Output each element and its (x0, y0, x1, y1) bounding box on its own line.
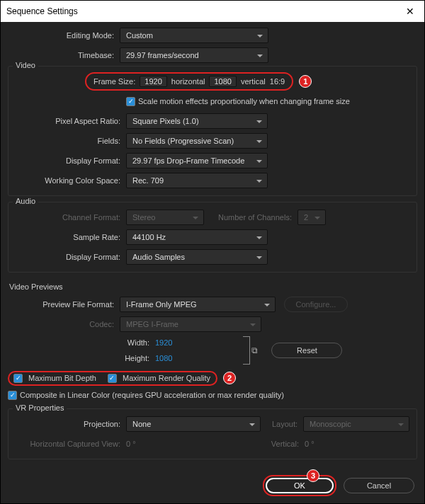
layout-select: Monoscopic (303, 416, 409, 432)
link-icon[interactable]: ⧉ (250, 345, 259, 355)
ok-button[interactable]: OK (266, 478, 334, 493)
vertical-label: vertical (241, 77, 266, 86)
configure-button: Configure... (284, 297, 348, 312)
hcv-label: Horizontal Captured View: (14, 440, 126, 448)
ph-label: Height: (120, 354, 155, 362)
fields-select[interactable]: No Fields (Progressive Scan) (126, 133, 268, 149)
editing-mode-label: Editing Mode: (8, 31, 120, 40)
video-disp-label: Display Format: (14, 156, 126, 165)
video-group: Video Frame Size: 1920 horizontal 1080 v… (8, 66, 417, 196)
close-icon[interactable]: ✕ (402, 6, 419, 17)
horizontal-label: horizontal (171, 77, 205, 86)
pw-value[interactable]: 1920 (155, 338, 172, 347)
frame-size-highlight: Frame Size: 1920 horizontal 1080 vertica… (85, 72, 293, 91)
wcs-select[interactable]: Rec. 709 (126, 173, 268, 188)
fields-label: Fields: (14, 137, 126, 145)
vr-title: VR Properties (13, 403, 67, 412)
rate-select[interactable]: 44100 Hz (126, 229, 268, 245)
badge-1: 1 (299, 75, 312, 88)
video-disp-select[interactable]: 29.97 fps Drop-Frame Timecode (126, 153, 268, 168)
aspect-label: 16:9 (270, 77, 285, 86)
audio-disp-label: Display Format: (14, 253, 126, 261)
timebase-label: Timebase: (8, 51, 120, 59)
wcs-label: Working Color Space: (14, 176, 126, 185)
previews-title: Video Previews (8, 281, 417, 295)
rate-label: Sample Rate: (14, 233, 126, 241)
previews-group: Video Previews Preview File Format: I-Fr… (8, 278, 417, 403)
chfmt-select: Stereo (126, 210, 204, 225)
chfmt-label: Channel Format: (14, 213, 126, 222)
numch-select: 2 (298, 210, 326, 225)
frame-width-input[interactable]: 1920 (140, 76, 166, 87)
quality-highlight: Maximum Bit Depth Maximum Render Quality (8, 371, 217, 386)
hcv-value: 0 ° (126, 440, 136, 448)
proj-select[interactable]: None (126, 416, 261, 432)
badge-2: 2 (223, 372, 236, 384)
audio-group: Audio Channel Format: Stereo Number of C… (8, 202, 417, 273)
editing-mode-select[interactable]: Custom (120, 28, 268, 43)
max-bit-checkbox[interactable] (13, 374, 23, 383)
cancel-button[interactable]: Cancel (344, 478, 414, 493)
window-title: Sequence Settings (6, 6, 78, 16)
scale-motion-checkbox[interactable] (126, 97, 135, 106)
content-area: Editing Mode: Custom Timebase: 29.97 fra… (1, 22, 424, 472)
frame-size-label: Frame Size: (94, 77, 135, 86)
frame-height-input[interactable]: 1080 (209, 76, 236, 87)
sequence-settings-window: Sequence Settings ✕ Editing Mode: Custom… (0, 0, 425, 504)
par-label: Pixel Aspect Ratio: (14, 117, 126, 125)
bracket-icon (243, 336, 250, 365)
pw-label: Width: (120, 338, 155, 347)
scale-motion-label: Scale motion effects proportionally when… (138, 97, 350, 105)
max-bit-label: Maximum Bit Depth (28, 374, 96, 382)
par-select[interactable]: Square Pixels (1.0) (126, 113, 268, 129)
audio-disp-select[interactable]: Audio Samples (126, 249, 268, 265)
layout-label: Layout: (261, 420, 303, 428)
composite-checkbox[interactable] (8, 391, 17, 400)
pff-select[interactable]: I-Frame Only MPEG (120, 297, 276, 312)
timebase-select[interactable]: 29.97 frames/second (120, 47, 268, 63)
ok-highlight: OK (263, 475, 336, 496)
video-group-title: Video (13, 61, 38, 69)
codec-label: Codec: (8, 320, 120, 328)
reset-button[interactable]: Reset (271, 343, 342, 358)
numch-label: Number of Channels: (204, 213, 298, 222)
composite-label: Composite in Linear Color (requires GPU … (20, 391, 284, 399)
badge-3: 3 (307, 469, 319, 482)
footer: 3 OK Cancel (1, 472, 424, 503)
ph-value[interactable]: 1080 (155, 354, 172, 362)
audio-group-title: Audio (13, 197, 38, 205)
vert-value: 0 ° (305, 440, 411, 448)
vert-label: Vertical: (262, 440, 305, 448)
max-rq-checkbox[interactable] (108, 374, 117, 383)
max-rq-label: Maximum Render Quality (123, 374, 210, 382)
vr-group: VR Properties Projection: None Layout: M… (8, 408, 417, 459)
pff-label: Preview File Format: (8, 300, 120, 309)
proj-label: Projection: (14, 420, 126, 428)
titlebar: Sequence Settings ✕ (1, 1, 424, 22)
codec-select: MPEG I-Frame (120, 316, 261, 332)
